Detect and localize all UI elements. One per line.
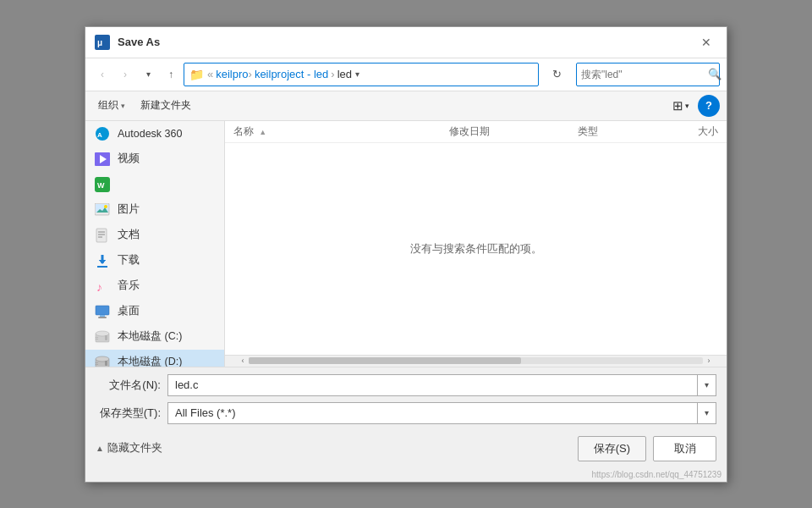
disk-c-icon: ::	[94, 329, 111, 345]
music-icon: ♪	[94, 279, 111, 294]
title-bar: μ Save As ✕	[85, 27, 727, 58]
svg-rect-21	[96, 306, 109, 315]
watermark: https://blog.csdn.net/qq_44751239	[85, 468, 727, 482]
organize-button[interactable]: 组织 ▾	[92, 96, 131, 115]
sidebar-item-autodesk[interactable]: A Autodesk 360	[85, 121, 224, 146]
filename-dropdown-button[interactable]: ▾	[698, 374, 716, 396]
view-dropdown-arrow: ▾	[685, 102, 689, 110]
sidebar-item-autodesk-label: Autodesk 360	[118, 128, 182, 140]
breadcrumb-sep2: ›	[331, 68, 334, 80]
up-button[interactable]: ↑	[161, 64, 181, 85]
documents-icon	[94, 228, 111, 243]
app-icon: μ	[94, 34, 111, 51]
refresh-button[interactable]: ↻	[545, 63, 568, 86]
forward-button[interactable]: ›	[115, 64, 135, 85]
sidebar-item-video[interactable]: 视频	[85, 146, 224, 172]
sidebar: A Autodesk 360 视频 W	[85, 121, 225, 367]
view-button[interactable]: ⊞ ▾	[667, 95, 694, 117]
horizontal-scrollbar[interactable]: ‹ ›	[225, 355, 727, 367]
hide-folders-label: 隐藏文件夹	[107, 441, 162, 456]
downloads-icon	[94, 253, 111, 268]
sort-arrow: ▲	[259, 128, 266, 136]
bottom-form: 文件名(N): ▾ 保存类型(T): ▾	[85, 367, 727, 431]
sidebar-item-desktop-label: 桌面	[118, 304, 140, 318]
filetype-label: 保存类型(T):	[96, 406, 167, 421]
sidebar-item-pictures[interactable]: 图片	[85, 197, 224, 223]
sidebar-item-downloads[interactable]: 下载	[85, 248, 224, 273]
green-app-icon: W	[94, 177, 111, 192]
scroll-thumb[interactable]	[249, 357, 521, 364]
sidebar-item-music-label: 音乐	[118, 279, 140, 293]
scroll-right-arrow[interactable]: ›	[703, 355, 715, 367]
svg-text:::: ::	[96, 361, 98, 366]
sidebar-item-local-c[interactable]: :: 本地磁盘 (C:)	[85, 324, 224, 350]
search-icon: 🔍	[708, 68, 721, 80]
breadcrumb-dropdown-arrow: ▾	[355, 69, 359, 79]
sidebar-item-documents[interactable]: 文档	[85, 223, 224, 248]
save-button[interactable]: 保存(S)	[578, 436, 646, 461]
svg-rect-30	[105, 361, 107, 366]
video-icon	[94, 152, 111, 167]
search-input[interactable]	[581, 69, 708, 80]
sidebar-item-greenapp[interactable]: W	[85, 172, 224, 197]
close-button[interactable]: ✕	[694, 32, 718, 52]
hide-folders-arrow: ▲	[96, 444, 104, 453]
button-group: 保存(S) 取消	[578, 436, 716, 461]
toolbar: 组织 ▾ 新建文件夹 ⊞ ▾ ?	[85, 91, 727, 121]
sidebar-item-desktop[interactable]: 桌面	[85, 299, 224, 324]
col-header-date: 修改日期	[449, 124, 579, 139]
view-icon: ⊞	[672, 98, 683, 113]
pictures-icon	[94, 202, 111, 218]
svg-text:μ: μ	[97, 38, 102, 47]
main-area: A Autodesk 360 视频 W	[85, 121, 727, 367]
sidebar-item-music[interactable]: ♪ 音乐	[85, 273, 224, 299]
help-button[interactable]: ?	[698, 95, 720, 117]
scroll-left-arrow[interactable]: ‹	[237, 355, 249, 367]
filetype-input[interactable]	[167, 402, 698, 424]
filename-input[interactable]	[167, 374, 698, 396]
breadcrumb-sep1: ›	[249, 68, 252, 80]
breadcrumb-part1: keilpro	[216, 68, 248, 80]
autodesk-icon: A	[94, 126, 111, 141]
col-header-size: 大小	[664, 124, 718, 139]
svg-rect-12	[96, 229, 107, 242]
svg-point-11	[104, 205, 107, 208]
breadcrumb-bar[interactable]: 📁 « keilpro › keilproject - led › led ▾	[184, 63, 539, 86]
search-bar: 🔍	[576, 63, 720, 86]
nav-bar: ‹ › ▾ ↑ 📁 « keilpro › keilproject - led …	[85, 58, 727, 91]
cancel-button[interactable]: 取消	[653, 436, 716, 461]
desktop-icon	[94, 304, 111, 319]
dropdown-button[interactable]: ▾	[138, 64, 158, 85]
breadcrumb-part3: led	[337, 68, 352, 80]
hide-folders-toggle[interactable]: ▲ 隐藏文件夹	[96, 441, 162, 456]
svg-marker-18	[99, 260, 106, 264]
content-area: 名称 ▲ 修改日期 类型 大小 没有与搜索条件匹配的项。 ‹ ›	[225, 121, 727, 367]
col-header-type: 类型	[578, 124, 664, 139]
footer-bar: ▲ 隐藏文件夹 保存(S) 取消	[85, 431, 727, 468]
sidebar-item-local-d-label: 本地磁盘 (D:)	[118, 355, 182, 367]
svg-text:::: ::	[96, 335, 98, 340]
dialog-title: Save As	[118, 36, 694, 48]
sidebar-item-documents-label: 文档	[118, 228, 140, 242]
col-header-name: 名称 ▲	[233, 124, 449, 139]
svg-rect-23	[98, 317, 107, 318]
scroll-track[interactable]	[249, 357, 703, 364]
sidebar-item-downloads-label: 下载	[118, 253, 140, 268]
breadcrumb-part2: keilproject - led	[255, 68, 328, 80]
filename-row: 文件名(N): ▾	[96, 374, 716, 396]
svg-text:♪: ♪	[96, 280, 102, 294]
organize-dropdown-arrow: ▾	[121, 102, 125, 110]
sidebar-item-video-label: 视频	[118, 152, 140, 166]
new-folder-button[interactable]: 新建文件夹	[134, 96, 197, 115]
filetype-dropdown-button[interactable]: ▾	[698, 402, 716, 424]
sidebar-item-local-c-label: 本地磁盘 (C:)	[118, 329, 182, 344]
svg-rect-26	[105, 335, 107, 340]
sidebar-item-local-d[interactable]: :: 本地磁盘 (D:)	[85, 350, 224, 367]
filename-input-wrap: ▾	[167, 374, 716, 396]
sidebar-item-pictures-label: 图片	[118, 202, 140, 217]
svg-text:W: W	[97, 181, 105, 190]
empty-message: 没有与搜索条件匹配的项。	[225, 143, 727, 355]
filename-label: 文件名(N):	[96, 378, 167, 393]
back-button[interactable]: ‹	[92, 64, 112, 85]
column-headers: 名称 ▲ 修改日期 类型 大小	[225, 121, 727, 143]
